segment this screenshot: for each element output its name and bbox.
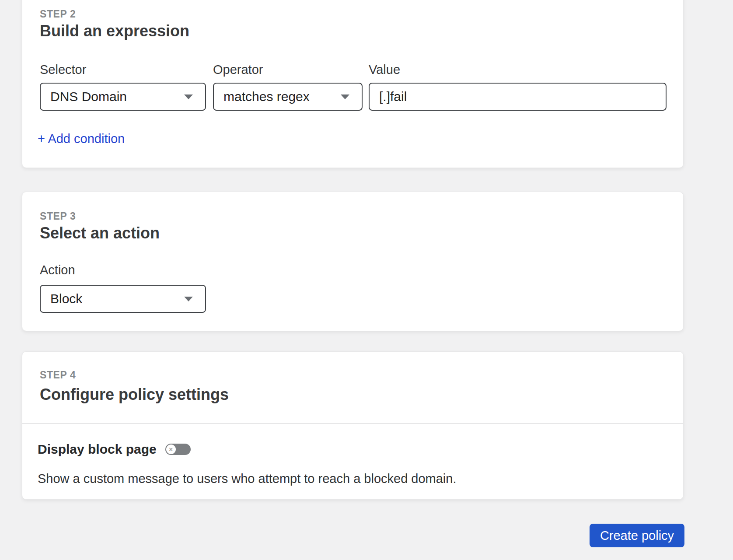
display-block-page-row: Display block page ✕ <box>38 442 191 457</box>
operator-dropdown-value: matches regex <box>223 89 310 104</box>
display-block-page-toggle[interactable]: ✕ <box>165 444 191 455</box>
step4-title: Configure policy settings <box>40 385 229 404</box>
step3-card: STEP 3 Select an action Action Block <box>22 192 684 331</box>
selector-dropdown-value: DNS Domain <box>50 89 127 104</box>
selector-field-label: Selector <box>40 63 86 77</box>
policy-builder-page: STEP 2 Build an expression Selector Oper… <box>0 0 733 560</box>
display-block-page-label: Display block page <box>38 442 157 457</box>
action-dropdown-value: Block <box>50 291 82 306</box>
value-input[interactable] <box>369 83 667 111</box>
create-policy-button[interactable]: Create policy <box>590 524 684 547</box>
operator-dropdown[interactable]: matches regex <box>213 83 363 111</box>
chevron-down-icon <box>341 94 349 99</box>
display-block-page-description: Show a custom message to users who attem… <box>38 471 457 486</box>
step2-label: STEP 2 <box>40 8 76 20</box>
step4-label: STEP 4 <box>40 369 76 381</box>
selector-dropdown[interactable]: DNS Domain <box>40 83 206 111</box>
value-field-label: Value <box>369 63 400 77</box>
step3-title: Select an action <box>40 224 160 243</box>
add-condition-link[interactable]: + Add condition <box>38 132 125 146</box>
step2-title: Build an expression <box>40 21 189 41</box>
action-field-label: Action <box>40 263 75 277</box>
step3-label: STEP 3 <box>40 210 76 222</box>
toggle-off-x-icon: ✕ <box>166 444 176 454</box>
action-dropdown[interactable]: Block <box>40 285 206 313</box>
chevron-down-icon <box>184 297 193 301</box>
operator-field-label: Operator <box>213 63 263 77</box>
chevron-down-icon <box>184 94 193 99</box>
step4-card: STEP 4 Configure policy settings Display… <box>22 351 684 500</box>
step2-card: STEP 2 Build an expression Selector Oper… <box>22 0 684 168</box>
card-divider <box>22 423 683 424</box>
